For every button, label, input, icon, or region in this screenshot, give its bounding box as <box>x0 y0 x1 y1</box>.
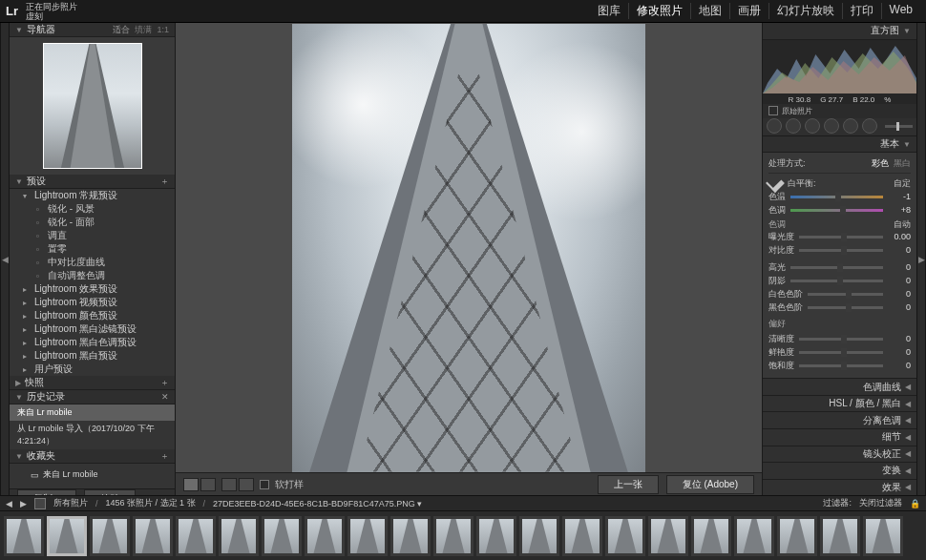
filmstrip-thumb[interactable] <box>47 516 87 556</box>
filmstrip-thumb[interactable] <box>777 516 817 556</box>
filmstrip-thumb[interactable] <box>605 516 645 556</box>
module-slideshow[interactable]: 幻灯片放映 <box>768 3 842 19</box>
collection-item[interactable]: ▭ 来自 Lr mobile <box>10 467 175 483</box>
preset-group[interactable]: ▸Lightroom 效果预设 <box>10 282 175 296</box>
vibrance-value[interactable]: 0 <box>888 347 911 357</box>
highlights-slider[interactable] <box>790 266 883 269</box>
grid-icon[interactable] <box>34 498 46 509</box>
tonecurve-header[interactable]: 色调曲线◀ <box>763 378 916 395</box>
temp-slider[interactable] <box>790 196 883 198</box>
basic-header[interactable]: 基本 ▼ <box>763 136 916 154</box>
lens-header[interactable]: 镜头校正◀ <box>763 446 916 463</box>
preset-item[interactable]: ▫自动调整色调 <box>10 269 175 282</box>
filmstrip-thumb[interactable] <box>648 516 688 556</box>
splittone-header[interactable]: 分离色调◀ <box>763 411 916 428</box>
filter-lock-icon[interactable]: 🔒 <box>910 499 920 508</box>
blacks-value[interactable]: 0 <box>888 302 911 312</box>
contrast-value[interactable]: 0 <box>888 245 911 255</box>
snapshots-header[interactable]: ▶ 快照 ＋ <box>10 376 175 390</box>
original-toggle[interactable]: 原始照片 <box>763 104 916 118</box>
saturation-value[interactable]: 0 <box>888 361 911 370</box>
preset-item[interactable]: ▫锐化 - 面部 <box>10 216 175 229</box>
filmstrip-thumb[interactable] <box>347 516 388 556</box>
filmstrip-thumb[interactable] <box>90 516 130 556</box>
blacks-slider[interactable] <box>808 306 883 309</box>
preset-group[interactable]: ▾Lightroom 常规预设 <box>10 189 175 202</box>
hsl-header[interactable]: HSL / 颜色 / 黑白◀ <box>763 395 916 412</box>
gradient-tool-icon[interactable] <box>824 118 839 134</box>
previous-button[interactable]: 上一张 <box>598 475 659 494</box>
saturation-slider[interactable] <box>799 364 883 367</box>
filmstrip-thumb[interactable] <box>219 516 259 556</box>
brush-tool-icon[interactable] <box>862 118 877 134</box>
histogram-header[interactable]: 直方图 ▼ <box>763 23 916 40</box>
filmstrip-thumb[interactable] <box>390 516 431 556</box>
exposure-slider[interactable] <box>799 236 883 239</box>
left-edge-collapse[interactable]: ◀ <box>0 23 10 495</box>
filmstrip-thumb[interactable] <box>476 516 516 556</box>
current-filename[interactable]: 27DE3EEB-D24D-45E6-8C1B-BD9F81C47A75.PNG… <box>213 499 422 508</box>
filmstrip-thumb[interactable] <box>734 516 774 556</box>
module-develop[interactable]: 修改照片 <box>628 3 690 19</box>
preset-item[interactable]: ▫置零 <box>10 242 175 256</box>
add-snapshot-icon[interactable]: ＋ <box>160 377 169 389</box>
clarity-slider[interactable] <box>799 338 883 341</box>
transform-header[interactable]: 变换◀ <box>763 462 916 479</box>
nav-fwd-icon[interactable]: ▶ <box>20 499 27 508</box>
module-library[interactable]: 图库 <box>590 3 628 19</box>
module-print[interactable]: 打印 <box>842 3 881 19</box>
wb-mode-dropdown[interactable]: 自定 <box>894 177 911 190</box>
filmstrip-thumb[interactable] <box>433 516 474 556</box>
treatment-bw[interactable]: 黑白 <box>894 157 911 170</box>
temp-value[interactable]: -1 <box>888 192 911 201</box>
presets-header[interactable]: ▼ 预设 ＋ <box>10 175 175 189</box>
filmstrip-thumb[interactable] <box>562 516 602 556</box>
whites-value[interactable]: 0 <box>888 289 911 299</box>
crop-tool-icon[interactable] <box>767 118 782 134</box>
before-after-tb-button[interactable] <box>221 478 237 491</box>
filmstrip-thumb[interactable] <box>305 516 345 556</box>
preset-group[interactable]: ▸用户预设 <box>10 363 175 376</box>
filmstrip-thumb[interactable] <box>691 516 731 556</box>
history-entry[interactable]: 从 Lr mobile 导入（2017/10/20 下午4:21:24） <box>10 421 175 449</box>
navigator-header[interactable]: ▼ 导航器 适合 填满 1:1 <box>10 23 175 37</box>
preset-group[interactable]: ▸Lightroom 视频预设 <box>10 296 175 309</box>
right-edge-collapse[interactable]: ▶ <box>916 23 926 495</box>
clear-history-icon[interactable]: ✕ <box>161 392 169 402</box>
tint-value[interactable]: +8 <box>888 205 911 215</box>
mask-slider[interactable] <box>885 125 913 128</box>
filmstrip-thumb[interactable] <box>820 516 860 556</box>
effects-header[interactable]: 效果◀ <box>763 479 916 496</box>
filmstrip-thumb[interactable] <box>519 516 559 556</box>
auto-tone-button[interactable]: 自动 <box>894 218 911 231</box>
filmstrip-thumb[interactable] <box>133 516 173 556</box>
radial-tool-icon[interactable] <box>843 118 858 134</box>
filmstrip-thumb[interactable] <box>863 516 903 556</box>
preset-group[interactable]: ▸Lightroom 颜色预设 <box>10 309 175 322</box>
whites-slider[interactable] <box>808 293 883 296</box>
preset-group[interactable]: ▸Lightroom 黑白预设 <box>10 349 175 363</box>
reset-button[interactable]: 复位 (Adobe) <box>666 475 754 494</box>
add-collection-icon[interactable]: ＋ <box>160 450 169 463</box>
history-header[interactable]: ▼ 历史记录 ✕ <box>10 390 175 404</box>
collections-header[interactable]: ▼ 收藏夹 ＋ <box>10 449 175 464</box>
swap-button[interactable] <box>239 478 254 491</box>
redeye-tool-icon[interactable] <box>805 118 820 134</box>
tint-slider[interactable] <box>790 209 883 212</box>
vibrance-slider[interactable] <box>799 351 883 354</box>
preset-item[interactable]: ▫锐化 - 风景 <box>10 202 175 216</box>
treatment-color[interactable]: 彩色 <box>872 157 889 170</box>
preset-group[interactable]: ▸Lightroom 黑白色调预设 <box>10 336 175 349</box>
nav-back-icon[interactable]: ◀ <box>6 499 12 508</box>
highlights-value[interactable]: 0 <box>888 262 911 272</box>
filmstrip-thumb[interactable] <box>4 516 44 556</box>
module-web[interactable]: Web <box>881 3 920 19</box>
filter-off-link[interactable]: 关闭过滤器 <box>859 497 902 509</box>
history-entry[interactable]: 来自 Lr mobile <box>10 404 175 421</box>
filmstrip-thumb[interactable] <box>262 516 302 556</box>
shadows-value[interactable]: 0 <box>888 276 911 285</box>
before-after-lr-button[interactable] <box>200 478 216 491</box>
preset-group[interactable]: ▸Lightroom 黑白滤镜预设 <box>10 322 175 336</box>
sync-profile-block[interactable]: 正在同步照片 虚刻 <box>26 2 77 21</box>
loupe-view-button[interactable] <box>183 478 199 491</box>
